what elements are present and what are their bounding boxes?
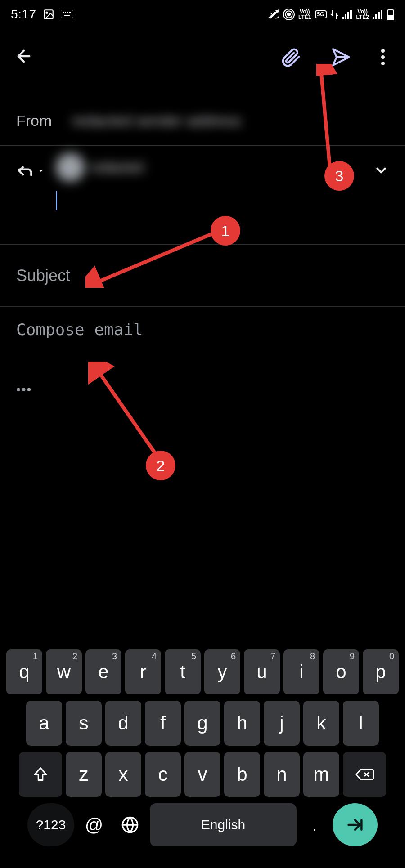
key-v[interactable]: v bbox=[184, 752, 220, 797]
svg-rect-15 bbox=[373, 17, 374, 19]
key-r[interactable]: 4r bbox=[125, 649, 161, 694]
signal2-icon bbox=[373, 10, 383, 19]
image-icon bbox=[43, 9, 54, 20]
battery-icon bbox=[387, 9, 394, 20]
vibrate-icon bbox=[268, 9, 279, 20]
at-key[interactable]: @ bbox=[78, 803, 110, 846]
back-button[interactable] bbox=[10, 42, 38, 72]
space-key[interactable]: English bbox=[150, 803, 297, 846]
svg-rect-11 bbox=[342, 17, 344, 19]
key-z[interactable]: z bbox=[66, 752, 102, 797]
svg-rect-18 bbox=[381, 10, 382, 19]
key-o[interactable]: 9o bbox=[323, 649, 359, 694]
svg-point-24 bbox=[381, 62, 385, 65]
svg-rect-6 bbox=[69, 12, 71, 13]
fiveg-icon: 5G bbox=[315, 10, 327, 18]
recipient-input[interactable] bbox=[56, 191, 363, 210]
svg-rect-7 bbox=[64, 15, 70, 16]
svg-rect-16 bbox=[375, 14, 377, 19]
key-j[interactable]: j bbox=[264, 701, 300, 746]
key-a[interactable]: a bbox=[26, 701, 62, 746]
expand-recipients-button[interactable] bbox=[374, 151, 389, 182]
keyboard: 1q2w3e4r5t6y7u8i9o0p asdfghjkl zxcvbnm ?… bbox=[0, 644, 405, 868]
svg-rect-13 bbox=[347, 12, 349, 19]
body-area[interactable] bbox=[0, 307, 405, 357]
svg-rect-2 bbox=[61, 10, 73, 18]
app-bar bbox=[0, 26, 405, 83]
recipient-name: redacted bbox=[91, 160, 144, 175]
key-n[interactable]: n bbox=[264, 752, 300, 797]
body-input[interactable] bbox=[16, 320, 389, 342]
svg-point-1 bbox=[46, 12, 47, 13]
key-h[interactable]: h bbox=[224, 701, 260, 746]
shift-key[interactable] bbox=[19, 752, 62, 797]
more-button[interactable] bbox=[381, 49, 385, 66]
subject-row[interactable] bbox=[0, 245, 405, 307]
key-y[interactable]: 6y bbox=[204, 649, 240, 694]
clock: 5:17 bbox=[11, 7, 36, 22]
key-w[interactable]: 2w bbox=[46, 649, 82, 694]
svg-rect-5 bbox=[67, 12, 68, 13]
language-key[interactable] bbox=[114, 803, 146, 846]
reply-type-toggle[interactable] bbox=[16, 151, 45, 180]
from-row[interactable]: From redacted sender address bbox=[0, 96, 405, 146]
keyboard-icon bbox=[61, 10, 73, 19]
key-i[interactable]: 8i bbox=[284, 649, 320, 694]
recipient-row[interactable]: redacted bbox=[0, 146, 405, 245]
key-u[interactable]: 7u bbox=[244, 649, 280, 694]
svg-point-8 bbox=[288, 13, 291, 16]
symbols-key[interactable]: ?123 bbox=[27, 803, 74, 846]
key-t[interactable]: 5t bbox=[165, 649, 201, 694]
hotspot-icon bbox=[283, 9, 295, 20]
key-c[interactable]: c bbox=[145, 752, 181, 797]
key-f[interactable]: f bbox=[145, 701, 181, 746]
data-icon bbox=[330, 9, 338, 19]
backspace-key[interactable] bbox=[343, 752, 386, 797]
attach-button[interactable] bbox=[281, 47, 302, 67]
key-q[interactable]: 1q bbox=[6, 649, 42, 694]
svg-point-22 bbox=[381, 49, 385, 53]
key-x[interactable]: x bbox=[105, 752, 141, 797]
svg-rect-4 bbox=[65, 12, 66, 13]
key-k[interactable]: k bbox=[303, 701, 339, 746]
svg-rect-12 bbox=[345, 14, 346, 19]
key-s[interactable]: s bbox=[66, 701, 102, 746]
svg-rect-21 bbox=[388, 15, 393, 19]
key-e[interactable]: 3e bbox=[86, 649, 122, 694]
signal1-icon bbox=[342, 10, 353, 19]
text-cursor bbox=[56, 191, 57, 210]
svg-rect-20 bbox=[389, 9, 392, 10]
svg-rect-17 bbox=[378, 12, 380, 19]
send-button[interactable] bbox=[330, 46, 352, 68]
period-key[interactable]: . bbox=[300, 803, 329, 846]
status-bar: 5:17 Vo))LTE1 5G Vo))LTE2 bbox=[0, 0, 405, 26]
key-m[interactable]: m bbox=[303, 752, 339, 797]
show-quoted-button[interactable]: ••• bbox=[16, 382, 389, 397]
volte2-icon: Vo))LTE2 bbox=[356, 9, 369, 20]
enter-key[interactable] bbox=[333, 803, 378, 846]
key-p[interactable]: 0p bbox=[363, 649, 399, 694]
from-value: redacted sender address bbox=[72, 112, 389, 130]
recipient-chip[interactable]: redacted bbox=[56, 153, 363, 182]
svg-rect-3 bbox=[63, 12, 64, 13]
subject-input[interactable] bbox=[16, 266, 389, 285]
key-d[interactable]: d bbox=[105, 701, 141, 746]
key-b[interactable]: b bbox=[224, 752, 260, 797]
avatar bbox=[56, 153, 85, 182]
svg-point-23 bbox=[381, 55, 385, 59]
svg-rect-14 bbox=[350, 10, 352, 19]
volte1-icon: Vo))LTE1 bbox=[298, 9, 311, 20]
key-l[interactable]: l bbox=[343, 701, 379, 746]
from-label: From bbox=[16, 112, 61, 130]
key-g[interactable]: g bbox=[184, 701, 220, 746]
